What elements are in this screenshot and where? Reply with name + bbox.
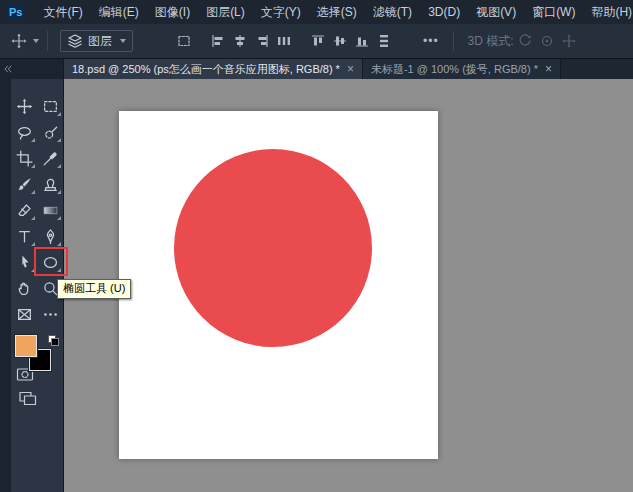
photoshop-logo: Ps bbox=[5, 4, 26, 20]
close-icon[interactable]: × bbox=[347, 63, 354, 75]
document-tab-bar: 18.psd @ 250% (ps怎么画一个音乐应用图标, RGB/8) * ×… bbox=[64, 59, 633, 79]
distribute-vertical-icon[interactable] bbox=[373, 30, 395, 52]
separator bbox=[47, 31, 48, 51]
tools-panel bbox=[0, 59, 64, 492]
transform-controls-icon[interactable] bbox=[173, 30, 195, 52]
align-center-horizontal-icon[interactable] bbox=[229, 30, 251, 52]
tool-preset-picker[interactable] bbox=[8, 30, 39, 52]
tab-label: 18.psd @ 250% (ps怎么画一个音乐应用图标, RGB/8) * bbox=[72, 62, 340, 77]
auto-select-dropdown[interactable]: 图层 bbox=[60, 30, 133, 52]
tool-quick-selection[interactable] bbox=[37, 119, 63, 145]
layers-stack-icon bbox=[67, 33, 83, 49]
tool-rectangular-marquee[interactable] bbox=[37, 93, 63, 119]
document-canvas[interactable] bbox=[119, 111, 438, 459]
menu-select[interactable]: 选择(S) bbox=[309, 0, 365, 24]
tools-panel-header[interactable] bbox=[0, 59, 63, 79]
chevron-down-icon bbox=[120, 39, 126, 43]
menu-view[interactable]: 视图(V) bbox=[468, 0, 524, 24]
more-options-button[interactable]: ••• bbox=[417, 32, 445, 50]
menu-bar: Ps 文件(F) 编辑(E) 图像(I) 图层(L) 文字(Y) 选择(S) 滤… bbox=[0, 0, 633, 24]
menu-layer[interactable]: 图层(L) bbox=[198, 0, 253, 24]
separator bbox=[453, 31, 454, 51]
foreground-color-swatch[interactable] bbox=[15, 335, 37, 357]
align-left-icon[interactable] bbox=[207, 30, 229, 52]
tool-options-bar: 图层 ••• 3D 模式: bbox=[0, 24, 633, 59]
menu-type[interactable]: 文字(Y) bbox=[253, 0, 309, 24]
edit-toolbar-more-icon[interactable] bbox=[37, 301, 63, 327]
tool-lasso[interactable] bbox=[11, 119, 37, 145]
menu-3d[interactable]: 3D(D) bbox=[420, 0, 468, 24]
default-colors-icon[interactable] bbox=[48, 335, 59, 346]
align-bottom-icon[interactable] bbox=[351, 30, 373, 52]
tool-crop[interactable] bbox=[11, 145, 37, 171]
close-icon[interactable]: × bbox=[545, 63, 552, 75]
tool-grid bbox=[11, 79, 63, 492]
align-top-icon[interactable] bbox=[307, 30, 329, 52]
menu-file[interactable]: 文件(F) bbox=[35, 0, 90, 24]
default-background-mini bbox=[51, 338, 59, 346]
canvas-workspace[interactable] bbox=[64, 79, 633, 492]
tool-gradient[interactable] bbox=[37, 197, 63, 223]
collapse-double-chevron-icon bbox=[2, 63, 14, 75]
3d-pan-icon bbox=[558, 30, 580, 52]
tool-ellipse[interactable] bbox=[37, 249, 63, 275]
tool-slice[interactable] bbox=[11, 301, 37, 327]
tool-eyedropper[interactable] bbox=[37, 145, 63, 171]
tool-clone-stamp[interactable] bbox=[37, 171, 63, 197]
menu-window[interactable]: 窗口(W) bbox=[524, 0, 583, 24]
red-circle-shape bbox=[174, 149, 372, 347]
3d-orbit-icon bbox=[514, 30, 536, 52]
align-middle-vertical-icon[interactable] bbox=[329, 30, 351, 52]
menu-help[interactable]: 帮助(H) bbox=[583, 0, 633, 24]
tab-label: 未标题-1 @ 100% (拨号, RGB/8) * bbox=[371, 62, 538, 77]
chevron-down-icon bbox=[33, 39, 39, 43]
color-swatches bbox=[11, 333, 63, 381]
tab-document-1[interactable]: 18.psd @ 250% (ps怎么画一个音乐应用图标, RGB/8) * × bbox=[64, 59, 363, 79]
dock-edge bbox=[0, 79, 11, 492]
menu-image[interactable]: 图像(I) bbox=[147, 0, 198, 24]
distribute-horizontal-icon[interactable] bbox=[273, 30, 295, 52]
3d-mode-label: 3D 模式: bbox=[468, 33, 514, 50]
menu-filter[interactable]: 滤镜(T) bbox=[365, 0, 420, 24]
move-tool-preset-icon bbox=[8, 30, 30, 52]
photoshop-window: Ps 文件(F) 编辑(E) 图像(I) 图层(L) 文字(Y) 选择(S) 滤… bbox=[0, 0, 633, 492]
tool-eraser[interactable] bbox=[11, 197, 37, 223]
auto-select-value: 图层 bbox=[88, 33, 112, 50]
tool-brush[interactable] bbox=[11, 171, 37, 197]
3d-roll-icon bbox=[536, 30, 558, 52]
align-right-icon[interactable] bbox=[251, 30, 273, 52]
selected-tool-highlight bbox=[34, 247, 68, 276]
tool-hand[interactable] bbox=[11, 275, 37, 301]
tool-pen[interactable] bbox=[37, 223, 63, 249]
tab-document-2[interactable]: 未标题-1 @ 100% (拨号, RGB/8) * × bbox=[363, 59, 561, 79]
tool-move[interactable] bbox=[11, 93, 37, 119]
tool-tooltip: 椭圆工具 (U) bbox=[57, 279, 131, 299]
screen-mode-button[interactable] bbox=[11, 385, 63, 411]
menu-edit[interactable]: 编辑(E) bbox=[91, 0, 147, 24]
tool-type[interactable] bbox=[11, 223, 37, 249]
